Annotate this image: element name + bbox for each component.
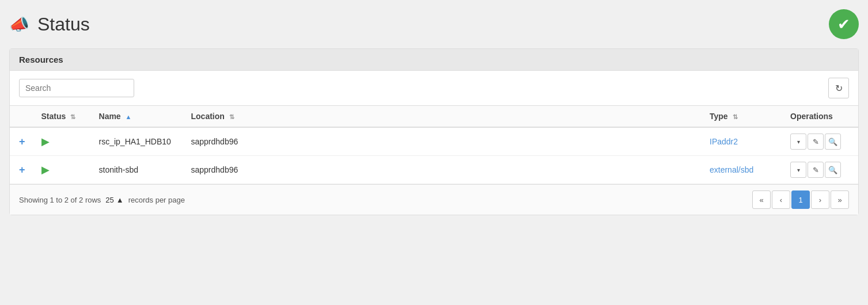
footer-info: Showing 1 to 2 of 2 rows 25 ▲ records pe…: [19, 196, 185, 204]
card-footer: Showing 1 to 2 of 2 rows 25 ▲ records pe…: [10, 184, 858, 215]
pagination-next[interactable]: ›: [811, 190, 829, 209]
col-header-operations: Operations: [783, 106, 858, 127]
op-dropdown-button-1[interactable]: ▾: [790, 134, 806, 150]
status-cell-2: ▶: [35, 156, 92, 184]
per-page-arrow: ▲: [116, 196, 124, 204]
table-header: Status ⇅ Name ▲ Location ⇅ Type ⇅ Operat…: [10, 106, 858, 127]
col-header-location[interactable]: Location ⇅: [184, 106, 703, 127]
col-header-status[interactable]: Status ⇅: [35, 106, 92, 127]
op-btns-2: ▾ ✎ 🔍: [790, 162, 851, 178]
row1-name: rsc_ip_HA1_HDB10: [99, 137, 171, 146]
expand-cell-2: +: [10, 156, 35, 184]
card-header: Resources: [10, 49, 858, 71]
expand-button-2[interactable]: +: [17, 164, 28, 176]
refresh-icon: ↻: [835, 83, 843, 94]
per-page-label: records per page: [128, 196, 185, 204]
megaphone-icon: 📣: [9, 15, 29, 34]
pagination-last[interactable]: »: [831, 190, 849, 209]
type-cell-2: external/sbd: [703, 156, 783, 184]
resources-table: Status ⇅ Name ▲ Location ⇅ Type ⇅ Operat…: [10, 106, 858, 184]
page-header-left: 📣 Status: [9, 14, 90, 35]
checkmark-icon: ✔: [837, 16, 850, 33]
name-cell-2: stonith-sbd: [92, 156, 184, 184]
row1-type-link[interactable]: IPaddr2: [710, 137, 738, 146]
table-row: + ▶ stonith-sbd sapprdhdb96 external/sbd: [10, 156, 858, 184]
table-header-row: Status ⇅ Name ▲ Location ⇅ Type ⇅ Operat…: [10, 106, 858, 127]
status-cell-1: ▶: [35, 127, 92, 156]
row1-location: sapprdhdb96: [191, 137, 238, 146]
page-wrapper: 📣 Status ✔ Resources ↻ Status ⇅: [0, 0, 868, 305]
sort-icon-name: ▲: [126, 113, 132, 120]
toolbar: ↻: [10, 71, 858, 106]
location-cell-2: sapprdhdb96: [184, 156, 703, 184]
card-header-title: Resources: [19, 55, 63, 64]
refresh-button[interactable]: ↻: [828, 78, 849, 98]
search-input[interactable]: [19, 79, 134, 97]
op-edit-button-1[interactable]: ✎: [808, 134, 824, 150]
col-header-name[interactable]: Name ▲: [92, 106, 184, 127]
row2-location: sapprdhdb96: [191, 165, 238, 174]
per-page-select[interactable]: 25 ▲: [105, 196, 123, 204]
page-title: Status: [37, 14, 90, 35]
table-row: + ▶ rsc_ip_HA1_HDB10 sapprdhdb96 IPaddr2: [10, 127, 858, 156]
status-check-icon: ✔: [829, 9, 859, 39]
play-icon-1: ▶: [41, 136, 50, 147]
expand-button-1[interactable]: +: [17, 136, 28, 148]
op-dropdown-button-2[interactable]: ▾: [790, 162, 806, 178]
location-cell-1: sapprdhdb96: [184, 127, 703, 156]
page-header: 📣 Status ✔: [9, 9, 859, 39]
operations-cell-1: ▾ ✎ 🔍: [783, 127, 858, 156]
sort-icon-location: ⇅: [229, 113, 234, 121]
sort-icon-status: ⇅: [70, 113, 75, 121]
resources-card: Resources ↻ Status ⇅ Name ▲: [9, 48, 859, 215]
sort-icon-type: ⇅: [733, 113, 738, 121]
pagination-current[interactable]: 1: [791, 190, 810, 209]
play-icon-2: ▶: [41, 164, 50, 176]
type-cell-1: IPaddr2: [703, 127, 783, 156]
row2-name: stonith-sbd: [99, 165, 138, 174]
per-page-value: 25: [105, 196, 113, 204]
expand-cell-1: +: [10, 127, 35, 156]
op-search-button-2[interactable]: 🔍: [825, 162, 841, 178]
pagination-first[interactable]: «: [752, 190, 771, 209]
row2-type-link[interactable]: external/sbd: [710, 165, 753, 174]
op-search-button-1[interactable]: 🔍: [825, 134, 841, 150]
col-header-type[interactable]: Type ⇅: [703, 106, 783, 127]
op-btns-1: ▾ ✎ 🔍: [790, 134, 851, 150]
operations-cell-2: ▾ ✎ 🔍: [783, 156, 858, 184]
pagination-prev[interactable]: ‹: [772, 190, 790, 209]
op-edit-button-2[interactable]: ✎: [808, 162, 824, 178]
col-header-expand: [10, 106, 35, 127]
table-body: + ▶ rsc_ip_HA1_HDB10 sapprdhdb96 IPaddr2: [10, 127, 858, 184]
name-cell-1: rsc_ip_HA1_HDB10: [92, 127, 184, 156]
pagination: « ‹ 1 › »: [752, 190, 849, 209]
showing-text: Showing 1 to 2 of 2 rows: [19, 196, 101, 204]
